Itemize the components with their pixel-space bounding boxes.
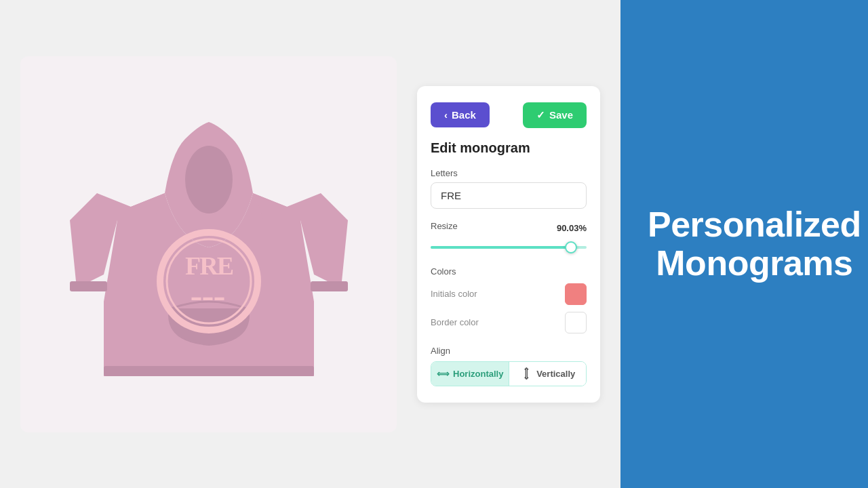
colors-section: Colors Initials color Border color bbox=[431, 266, 587, 333]
save-label: Save bbox=[549, 109, 573, 121]
initials-color-row: Initials color bbox=[431, 283, 587, 305]
align-vertically-button[interactable]: ⟺ Vertically bbox=[509, 362, 586, 386]
svg-text:▬▬▬: ▬▬▬ bbox=[191, 292, 226, 302]
letters-input[interactable] bbox=[431, 182, 587, 209]
svg-rect-2 bbox=[70, 281, 107, 291]
align-horizontally-button[interactable]: ⟺ Horizontally bbox=[431, 362, 509, 386]
promo-title: Personalized Monograms bbox=[648, 205, 861, 283]
horizontally-label: Horizontally bbox=[453, 369, 503, 379]
align-label: Align bbox=[431, 346, 587, 356]
save-check-icon: ✓ bbox=[536, 109, 545, 121]
svg-text:FRE: FRE bbox=[185, 251, 233, 280]
right-panel: Personalized Monograms bbox=[620, 0, 868, 488]
slider-fill bbox=[431, 246, 571, 249]
vertical-icon: ⟺ bbox=[521, 367, 532, 380]
product-image-container: FRE ▬▬▬ bbox=[20, 56, 397, 432]
editor-title: Edit monogram bbox=[431, 140, 587, 156]
resize-percent: 90.03% bbox=[557, 223, 587, 233]
align-buttons: ⟺ Horizontally ⟺ Vertically bbox=[431, 361, 587, 386]
back-button[interactable]: ‹ Back bbox=[431, 102, 490, 127]
resize-label: Resize bbox=[431, 221, 458, 231]
svg-rect-1 bbox=[104, 366, 314, 376]
border-color-label: Border color bbox=[431, 317, 479, 327]
resize-section: Resize 90.03% bbox=[431, 221, 587, 254]
save-button[interactable]: ✓ Save bbox=[523, 102, 587, 128]
slider-wrapper bbox=[431, 241, 587, 254]
border-color-swatch[interactable] bbox=[565, 312, 587, 333]
editor-panel: ‹ Back ✓ Save Edit monogram Letters Resi… bbox=[417, 86, 600, 403]
letters-section: Letters bbox=[431, 168, 587, 209]
resize-label-row: Resize 90.03% bbox=[431, 221, 587, 235]
colors-label: Colors bbox=[431, 266, 587, 277]
letters-label: Letters bbox=[431, 168, 587, 178]
svg-point-0 bbox=[185, 146, 233, 214]
back-label: Back bbox=[452, 109, 476, 121]
back-chevron-icon: ‹ bbox=[444, 109, 448, 121]
svg-rect-3 bbox=[311, 281, 348, 291]
border-color-row: Border color bbox=[431, 312, 587, 333]
initials-color-label: Initials color bbox=[431, 289, 477, 299]
slider-track bbox=[431, 246, 587, 249]
vertically-label: Vertically bbox=[536, 369, 575, 379]
initials-color-swatch[interactable] bbox=[565, 283, 587, 305]
slider-thumb bbox=[565, 241, 577, 253]
editor-top-bar: ‹ Back ✓ Save bbox=[431, 102, 587, 128]
hoodie-svg: FRE ▬▬▬ bbox=[63, 85, 355, 403]
horizontal-icon: ⟺ bbox=[437, 369, 450, 379]
align-section: Align ⟺ Horizontally ⟺ Vertically bbox=[431, 346, 587, 386]
